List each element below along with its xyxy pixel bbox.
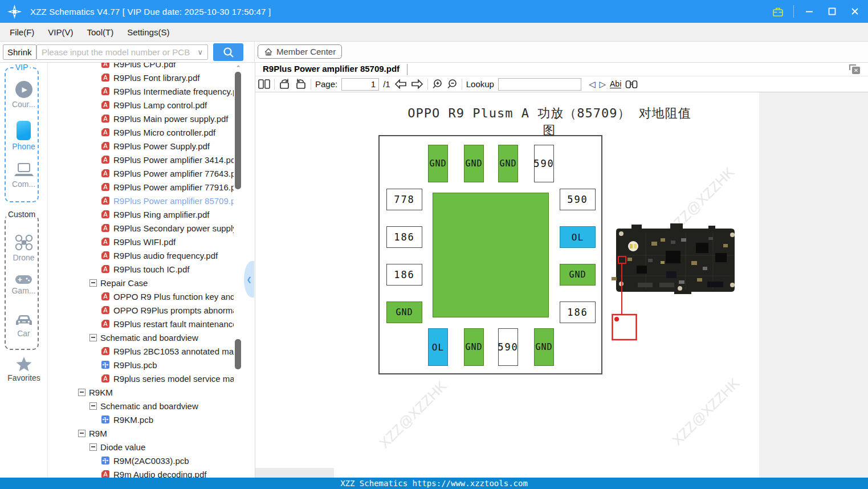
gamepad-icon: [15, 275, 32, 284]
collapse-minus-icon[interactable]: [89, 443, 97, 451]
close-all-tabs-icon[interactable]: ✕: [849, 64, 860, 74]
status-text: XZZ Schematics https://www.xzztools.com: [340, 479, 528, 488]
zoom-out-icon[interactable]: [447, 79, 458, 89]
tree-folder[interactable]: Schematic and boardview: [48, 331, 234, 344]
close-button[interactable]: [847, 4, 862, 19]
panel-scrollbar-thumb[interactable]: [235, 339, 241, 369]
pdf-file-icon: [101, 305, 110, 315]
chevron-down-icon[interactable]: ∨: [197, 48, 203, 56]
pad-right-0: 590: [560, 189, 596, 210]
tree-item[interactable]: R9plus series model service manual: [48, 372, 234, 385]
car-icon: [15, 313, 33, 327]
callout-dot: [614, 317, 619, 321]
tree-item[interactable]: R9KM.pcb: [48, 413, 234, 426]
tree-scrollbar-thumb[interactable]: [235, 72, 241, 189]
tree-item[interactable]: R9Plus audio frequency.pdf: [48, 248, 234, 262]
tree-item[interactable]: R9Plus Power amplifier 3414.pdf: [48, 153, 234, 166]
lookup-next-icon[interactable]: ▷: [599, 79, 606, 89]
sidebar-item-favorites[interactable]: Favorites: [0, 356, 48, 382]
binoculars-icon[interactable]: [625, 80, 638, 89]
tree-item-label: R9Plus touch IC.pdf: [113, 264, 189, 274]
pdf-file-icon: [101, 114, 110, 123]
horizontal-scrollbar-track[interactable]: [255, 468, 334, 478]
minimize-button[interactable]: [802, 4, 817, 19]
collapse-minus-icon[interactable]: [89, 334, 97, 341]
tree-folder[interactable]: Schematic and boardview: [48, 399, 234, 413]
pdf-file-icon: [101, 87, 110, 96]
tree-item[interactable]: R9Plus Lamp control.pdf: [48, 98, 234, 112]
tree-item[interactable]: R9Plus Power Supply.pdf: [48, 139, 234, 153]
tree-folder[interactable]: Diode value: [48, 440, 234, 454]
tree-item-label: R9KM: [89, 388, 113, 397]
collapse-minus-icon[interactable]: [78, 389, 85, 396]
rotate-right-icon[interactable]: [295, 79, 307, 89]
page-number-input[interactable]: [341, 78, 379, 91]
menu-settings[interactable]: Settings(S): [127, 27, 169, 37]
sidebar-item-course[interactable]: ▶ Cour...: [0, 81, 47, 109]
tree-item[interactable]: R9Plus Main power supply.pdf: [48, 112, 234, 125]
lookup-input[interactable]: [498, 78, 581, 91]
prev-page-icon[interactable]: [394, 79, 407, 89]
tree-folder[interactable]: R9KM: [48, 385, 234, 399]
tab-bar: R9Plus Power amplifier 85709.pdf ✕: [255, 63, 868, 76]
menu-vip[interactable]: VIP(V): [48, 27, 73, 37]
tree-item[interactable]: R9M(2AC0033).pcb: [48, 454, 234, 467]
member-center-button[interactable]: Member Center: [258, 44, 342, 59]
tree-item[interactable]: R9Plus 2BC1053 annotated map: [48, 344, 234, 358]
sidebar-item-drone[interactable]: Drone: [0, 234, 47, 262]
tree-item[interactable]: R9Plus.pcb: [48, 358, 234, 372]
collapse-minus-icon[interactable]: [78, 430, 85, 437]
menu-file[interactable]: File(F): [10, 27, 34, 37]
sidebar-item-game[interactable]: Gam...: [0, 275, 47, 295]
file-tree: R9Plus CPU.pdfR9Plus Font library.pdfR9P…: [48, 63, 255, 478]
vip-group-label: VIP: [14, 63, 30, 72]
tree-folder[interactable]: Repair Case: [48, 276, 234, 290]
tree-item-label: Diode value: [100, 442, 145, 452]
tree-item[interactable]: R9Plus CPU.pdf: [48, 63, 234, 71]
rotate-left-icon[interactable]: [279, 79, 291, 89]
collapse-minus-icon[interactable]: [89, 402, 97, 410]
tree-item[interactable]: R9Plus Power amplifier 77643.pdf: [48, 166, 234, 180]
two-page-view-icon[interactable]: [258, 79, 270, 89]
abi-case-toggle[interactable]: Abi: [610, 80, 621, 88]
menu-tool[interactable]: Tool(T): [87, 27, 114, 37]
tree-item[interactable]: R9Plus Power amplifier 77916.pdf: [48, 180, 234, 194]
tree-item-label: Schematic and boardview: [100, 401, 198, 411]
tree-item[interactable]: R9m Audio decoding.pdf: [48, 467, 234, 478]
watermark: XZZ@XZZHK: [637, 343, 774, 478]
tree-item[interactable]: R9Plus Micro controller.pdf: [48, 125, 234, 139]
briefcase-icon[interactable]: [771, 4, 785, 19]
tree-item[interactable]: R9Plus Power amplifier 85709.pdf: [48, 194, 234, 207]
search-input[interactable]: [37, 47, 197, 57]
sidebar-item-computer[interactable]: Com...: [0, 162, 47, 189]
tab-pdf-document[interactable]: R9Plus Power amplifier 85709.pdf: [263, 64, 400, 74]
scroll-up-arrow-icon[interactable]: ⌃: [234, 64, 243, 72]
sidebar-item-car[interactable]: Car: [0, 313, 47, 338]
tree-item-label: OPPO R9Plus prompts abnormal: [113, 305, 234, 315]
tree-folder[interactable]: R9M: [48, 426, 234, 440]
pad-left-1: 186: [386, 226, 422, 248]
app-window: XZZ Schematics V4.77 [ VIP Due date: 202…: [0, 0, 868, 489]
tree-item[interactable]: R9Plus Secondary power supply.pdf: [48, 221, 234, 235]
next-page-icon[interactable]: [411, 79, 423, 89]
shrink-button[interactable]: Shrink: [3, 44, 36, 60]
tree-item-label: R9Plus audio frequency.pdf: [113, 251, 218, 260]
pdf-canvas[interactable]: XZZ@XZZHK XZZ@XZZHK XZZ@XZZHK XZZ@XZZHK …: [255, 92, 868, 478]
collapse-minus-icon[interactable]: [89, 279, 97, 287]
maximize-button[interactable]: [825, 4, 840, 19]
tree-item[interactable]: R9Plus touch IC.pdf: [48, 262, 234, 276]
tree-item[interactable]: R9Plus WIFI.pdf: [48, 235, 234, 248]
search-button[interactable]: [213, 43, 243, 61]
zoom-in-icon[interactable]: [432, 79, 443, 89]
tree-item[interactable]: R9Plus Font library.pdf: [48, 71, 234, 84]
tree-item[interactable]: R9Plus restart fault maintenance: [48, 317, 234, 331]
sidebar-item-phone[interactable]: Phone: [0, 121, 47, 151]
pdf-file-icon: [101, 63, 110, 68]
pad-top-0: GND: [428, 145, 448, 182]
tree-item[interactable]: R9Plus Ring amplifier.pdf: [48, 207, 234, 221]
tree-item[interactable]: OPPO R9Plus prompts abnormal: [48, 303, 234, 317]
tree-item[interactable]: R9Plus Intermediate frequency.pdf: [48, 84, 234, 98]
lookup-prev-icon[interactable]: ◁: [589, 79, 596, 89]
tree-item[interactable]: OPPO R9 Plus function key and: [48, 290, 234, 303]
pad-right-2: GND: [560, 264, 596, 286]
